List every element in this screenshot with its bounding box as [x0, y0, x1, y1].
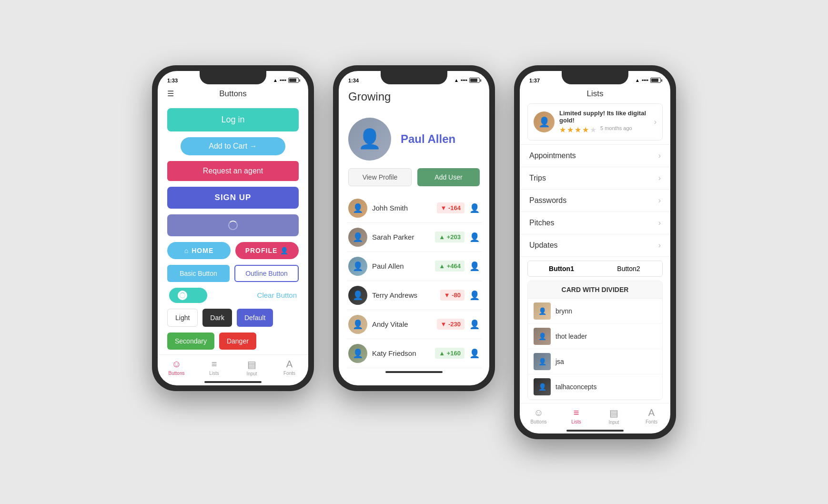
- menu-item-pitches[interactable]: Pitches ›: [520, 212, 670, 234]
- user-avatar-5: 👤: [348, 344, 367, 363]
- segment-button-2[interactable]: Button2: [595, 261, 662, 276]
- home-icon: ⌂: [184, 247, 189, 254]
- tab-lists-3[interactable]: ≡ Lists: [557, 407, 595, 425]
- user-avatar-0: 👤: [348, 199, 367, 218]
- basic-button[interactable]: Basic Button: [167, 265, 230, 282]
- profile-name: Paul Allen: [401, 132, 455, 145]
- tab-fonts-icon: A: [286, 359, 293, 370]
- card-avatar-3: 👤: [534, 378, 551, 395]
- user-action-icon-0[interactable]: 👤: [469, 203, 480, 213]
- hamburger-icon[interactable]: ☰: [167, 89, 174, 98]
- segmented-control: Button1 Button2: [527, 261, 663, 277]
- phone-1-screen: 1:33 ▲ •••• ☰ Buttons Log in Add to Cart…: [158, 71, 308, 385]
- light-button[interactable]: Light: [167, 309, 198, 327]
- profile-button[interactable]: PROFILE 👤: [235, 242, 299, 259]
- tab-fonts-3[interactable]: A Fonts: [633, 407, 670, 425]
- secondary-danger-row: Secondary Danger: [167, 333, 299, 350]
- user-action-icon-1[interactable]: 👤: [469, 232, 480, 242]
- tab-lists-icon-3: ≡: [574, 407, 579, 418]
- promo-chevron-icon: ›: [654, 118, 656, 126]
- profile-buttons: View Profile Add User: [339, 168, 489, 194]
- user-action-icon-3[interactable]: 👤: [469, 290, 480, 301]
- signal-icon-3: ••••: [642, 78, 648, 83]
- promo-card[interactable]: 👤 Limited supply! Its like digital gold!…: [527, 103, 663, 141]
- menu-item-passwords[interactable]: Passwords ›: [520, 190, 670, 212]
- toggle-clear-row: Clear Button: [167, 288, 299, 303]
- toggle-button[interactable]: [169, 288, 207, 303]
- battery-icon-2: [469, 78, 480, 83]
- menu-item-trips[interactable]: Trips ›: [520, 167, 670, 190]
- battery-icon-3: [650, 78, 661, 83]
- user-action-icon-2[interactable]: 👤: [469, 261, 480, 272]
- default-button[interactable]: Default: [237, 309, 273, 327]
- tab-input-3[interactable]: ▤ Input: [595, 407, 633, 425]
- user-action-icon-5[interactable]: 👤: [469, 348, 480, 359]
- avatar-placeholder: 👤: [358, 128, 382, 150]
- user-list: 👤 Johh Smith ▼ -164 👤 👤 Sarah Parker ▲ +…: [339, 194, 489, 368]
- tab-buttons[interactable]: ☺ Buttons: [158, 359, 195, 376]
- user-avatar-2: 👤: [348, 257, 367, 276]
- user-action-icon-4[interactable]: 👤: [469, 319, 480, 330]
- dark-button[interactable]: Dark: [202, 309, 232, 327]
- lists-header: Lists: [520, 86, 670, 103]
- clear-button[interactable]: Clear Button: [257, 291, 297, 299]
- user-name-2: Paul Allen: [372, 262, 430, 270]
- card-avatar-2: 👤: [534, 353, 551, 370]
- loading-button[interactable]: [167, 214, 299, 236]
- tab-input-icon-3: ▤: [609, 407, 618, 419]
- star-2: ★: [567, 125, 574, 134]
- add-cart-button[interactable]: Add to Cart →: [181, 137, 286, 155]
- time-1: 1:33: [167, 78, 178, 83]
- add-user-button[interactable]: Add User: [417, 168, 480, 186]
- tab-buttons-3[interactable]: ☺ Buttons: [520, 407, 557, 425]
- tab-lists-label-3: Lists: [571, 419, 581, 424]
- tab-input[interactable]: ▤ Input: [233, 359, 271, 376]
- avatar: 👤: [348, 118, 391, 161]
- home-button[interactable]: ⌂ HOME: [167, 242, 231, 259]
- promo-time: 5 months ago: [600, 125, 632, 134]
- login-button[interactable]: Log in: [167, 108, 299, 131]
- request-agent-button[interactable]: Request an agent: [167, 161, 299, 181]
- tab-lists-label: Lists: [209, 371, 219, 376]
- menu-item-updates[interactable]: Updates ›: [520, 234, 670, 257]
- list-item: 👤 thot leader: [528, 324, 662, 349]
- home-indicator-3: [566, 430, 624, 432]
- phone-1: 1:33 ▲ •••• ☰ Buttons Log in Add to Cart…: [152, 65, 314, 391]
- star-5: ★: [590, 125, 596, 134]
- profile-section: 👤 Paul Allen: [339, 108, 489, 168]
- score-badge-5: ▲ +160: [435, 348, 464, 359]
- list-item: 👤 Katy Friedson ▲ +160 👤: [346, 339, 482, 368]
- menu-label-appointments: Appointments: [529, 151, 576, 160]
- card-item-2: jsa: [555, 358, 564, 365]
- promo-text: Limited supply! Its like digital gold!: [559, 110, 649, 124]
- secondary-button[interactable]: Secondary: [167, 333, 214, 350]
- notch-3: [562, 71, 628, 84]
- segment-button-1[interactable]: Button1: [528, 261, 595, 276]
- tab-buttons-icon-3: ☺: [534, 407, 543, 418]
- signup-button[interactable]: SIGN UP: [167, 187, 299, 209]
- buttons-content: Log in Add to Cart → Request an agent SI…: [158, 103, 308, 354]
- score-badge-3: ▼ -80: [440, 290, 464, 301]
- menu-item-appointments[interactable]: Appointments ›: [520, 145, 670, 167]
- view-profile-button[interactable]: View Profile: [348, 168, 412, 186]
- score-badge-2: ▲ +464: [435, 261, 464, 272]
- tab-fonts[interactable]: A Fonts: [271, 359, 308, 376]
- danger-button[interactable]: Danger: [219, 333, 256, 350]
- home-profile-row: ⌂ HOME PROFILE 👤: [167, 242, 299, 259]
- list-item: 👤 Andy Vitale ▼ -230 👤: [346, 310, 482, 339]
- phones-container: 1:33 ▲ •••• ☰ Buttons Log in Add to Cart…: [152, 65, 676, 439]
- battery-icon: [288, 78, 299, 83]
- phone-2-screen: 1:34 ▲ •••• Growing 👤 Paul Allen: [339, 71, 489, 385]
- signal-icon: ••••: [280, 78, 286, 83]
- menu-label-pitches: Pitches: [529, 219, 554, 227]
- score-badge-0: ▼ -164: [437, 202, 465, 213]
- tab-lists[interactable]: ≡ Lists: [195, 359, 233, 376]
- card-avatar-0: 👤: [534, 302, 551, 320]
- wifi-icon: ▲: [273, 78, 278, 83]
- status-icons-3: ▲ ••••: [635, 78, 661, 83]
- list-item: 👤 brynn: [528, 299, 662, 324]
- profile-icon: 👤: [280, 247, 289, 254]
- status-icons-2: ▲ ••••: [454, 78, 480, 83]
- updates-chevron-icon: ›: [658, 241, 661, 250]
- outline-button[interactable]: Outline Button: [234, 265, 299, 282]
